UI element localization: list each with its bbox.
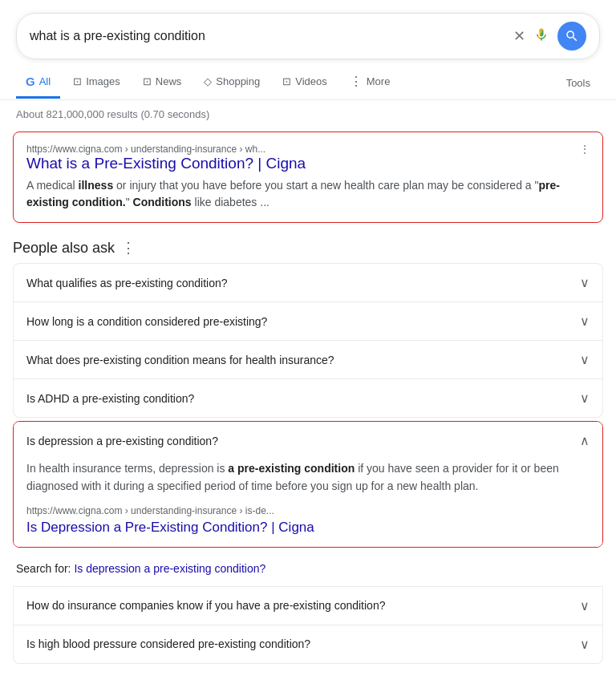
search-input[interactable]: [30, 29, 507, 43]
more-faq-question-1: How do insurance companies know if you h…: [26, 599, 385, 612]
search-bar: ✕: [16, 13, 600, 59]
nav-tabs: G All ⊡ Images ⊡ News ◇ Shopping ⊡ Video…: [0, 59, 616, 100]
tab-shopping[interactable]: ◇ Shopping: [194, 67, 270, 98]
faq-item-1[interactable]: What qualifies as pre-existing condition…: [13, 263, 603, 302]
clear-icon[interactable]: ✕: [513, 27, 525, 45]
tab-more[interactable]: ⋮ More: [340, 66, 400, 99]
tab-shopping-label: Shopping: [216, 75, 260, 87]
faq-chevron-down-icon-3: ∨: [580, 352, 590, 367]
tab-all-label: All: [39, 75, 51, 87]
faq-expanded-container: Is depression a pre-existing condition? …: [13, 421, 603, 548]
results-info: About 821,000,000 results (0.70 seconds): [0, 100, 616, 128]
faq-chevron-down-icon-4: ∨: [580, 390, 590, 406]
people-also-ask-section: People also ask ⋮ What qualifies as pre-…: [13, 239, 603, 548]
faq-question-2: How long is a condition considered pre-e…: [26, 315, 267, 328]
more-faq-item-1[interactable]: How do insurance companies know if you h…: [13, 586, 603, 625]
more-faq-question-2: Is high blood pressure considered pre-ex…: [26, 637, 310, 650]
faq-question-1: What qualifies as pre-existing condition…: [26, 277, 228, 289]
faq-item-4[interactable]: Is ADHD a pre-existing condition? ∨: [13, 379, 603, 418]
faq-item-3[interactable]: What does pre-existing condition means f…: [13, 341, 603, 379]
result-options-icon[interactable]: ⋮: [580, 144, 590, 155]
search-button[interactable]: [557, 22, 586, 51]
faq-chevron-down-icon-2: ∨: [580, 314, 590, 329]
tab-images-label: Images: [86, 75, 120, 87]
faq-expanded-header[interactable]: Is depression a pre-existing condition? …: [14, 422, 602, 459]
faq-item-2[interactable]: How long is a condition considered pre-e…: [13, 302, 603, 341]
search-for-prefix: Search for:: [16, 562, 74, 575]
tools-button[interactable]: Tools: [557, 69, 600, 97]
tab-all[interactable]: G All: [16, 67, 60, 99]
tab-news[interactable]: ⊡ News: [133, 67, 192, 98]
paa-options-icon[interactable]: ⋮: [121, 239, 136, 257]
paa-header: People also ask ⋮: [13, 239, 603, 257]
videos-tab-icon: ⊡: [282, 75, 291, 87]
result-snippet: A medical illness or injury that you hav…: [26, 177, 590, 211]
result-url: https://www.cigna.com › understanding-in…: [26, 144, 590, 155]
result-title[interactable]: What is a Pre-Existing Condition? | Cign…: [26, 155, 306, 172]
tab-images[interactable]: ⊡ Images: [63, 67, 130, 98]
tab-more-label: More: [367, 75, 391, 87]
faq-answer: In health insurance terms, depression is…: [26, 459, 590, 496]
tab-videos[interactable]: ⊡ Videos: [273, 67, 337, 98]
shopping-tab-icon: ◇: [204, 75, 212, 87]
search-bar-container: ✕: [0, 0, 616, 59]
paa-title: People also ask: [13, 240, 115, 257]
more-tab-icon: ⋮: [350, 74, 363, 89]
search-icons: ✕: [513, 22, 586, 51]
search-for: Search for: Is depression a pre-existing…: [0, 551, 616, 586]
faq-list: What qualifies as pre-existing condition…: [13, 263, 603, 418]
faq-question-3: What does pre-existing condition means f…: [26, 354, 334, 366]
faq-source-url: https://www.cigna.com › understanding-in…: [26, 505, 590, 516]
microphone-icon[interactable]: [533, 26, 549, 47]
faq-expanded-question: Is depression a pre-existing condition?: [26, 435, 218, 447]
images-tab-icon: ⊡: [73, 75, 82, 87]
search-for-link[interactable]: Is depression a pre-existing condition?: [74, 562, 265, 575]
tab-videos-label: Videos: [295, 75, 327, 87]
more-faq-chevron-down-icon-2: ∨: [580, 637, 590, 652]
faq-source-link[interactable]: Is Depression a Pre-Existing Condition? …: [26, 520, 314, 535]
tab-news-label: News: [156, 75, 182, 87]
more-faqs-section: How do insurance companies know if you h…: [13, 586, 603, 664]
all-tab-icon: G: [26, 75, 35, 88]
news-tab-icon: ⊡: [143, 75, 152, 87]
faq-question-4: Is ADHD a pre-existing condition?: [26, 392, 194, 405]
more-faq-chevron-down-icon-1: ∨: [580, 598, 590, 613]
featured-result-card: https://www.cigna.com › understanding-in…: [13, 132, 603, 223]
result-url-text: https://www.cigna.com › understanding-in…: [26, 144, 265, 155]
faq-expanded-body: In health insurance terms, depression is…: [14, 459, 602, 547]
faq-chevron-up-icon: ∧: [580, 433, 590, 448]
more-faq-item-2[interactable]: Is high blood pressure considered pre-ex…: [13, 625, 603, 664]
faq-chevron-down-icon-1: ∨: [580, 275, 590, 290]
